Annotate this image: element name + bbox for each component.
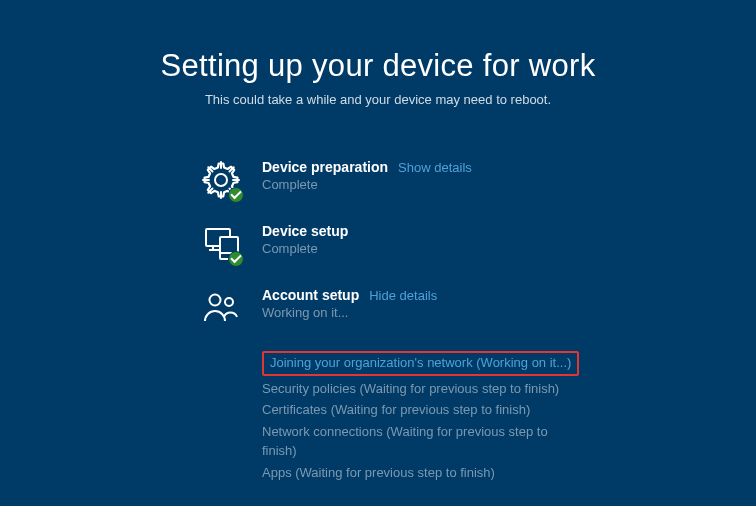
account-setup-substeps: Joining your organization's network (Wor… [262, 351, 676, 483]
checkmark-icon [228, 251, 244, 267]
substep-certificates: Certificates (Waiting for previous step … [262, 399, 676, 421]
svg-point-7 [210, 295, 221, 306]
svg-point-0 [215, 174, 227, 186]
checkmark-icon [228, 187, 244, 203]
gear-icon [200, 159, 242, 201]
section-status-device-setup: Complete [262, 241, 676, 256]
setup-sections: Device preparation Show details Complete [200, 159, 676, 483]
devices-icon [200, 223, 242, 265]
substep-apps: Apps (Waiting for previous step to finis… [262, 462, 676, 484]
section-title-account-setup: Account setup [262, 287, 359, 303]
section-status-account-setup: Working on it... [262, 305, 676, 320]
section-device-setup: Device setup Complete [200, 223, 676, 265]
show-details-link[interactable]: Show details [398, 160, 472, 175]
hide-details-link[interactable]: Hide details [369, 288, 437, 303]
section-title-device-preparation: Device preparation [262, 159, 388, 175]
section-title-device-setup: Device setup [262, 223, 348, 239]
substep-joining-network: Joining your organization's network (Wor… [262, 351, 579, 376]
page-title: Setting up your device for work [0, 48, 756, 84]
section-device-preparation: Device preparation Show details Complete [200, 159, 676, 201]
substep-security-policies: Security policies (Waiting for previous … [262, 378, 676, 400]
people-icon [200, 287, 242, 329]
svg-point-8 [225, 298, 233, 306]
section-status-device-preparation: Complete [262, 177, 676, 192]
page-subtitle: This could take a while and your device … [0, 92, 756, 107]
section-account-setup: Account setup Hide details Working on it… [200, 287, 676, 329]
substep-network-connections: Network connections (Waiting for previou… [262, 421, 562, 462]
